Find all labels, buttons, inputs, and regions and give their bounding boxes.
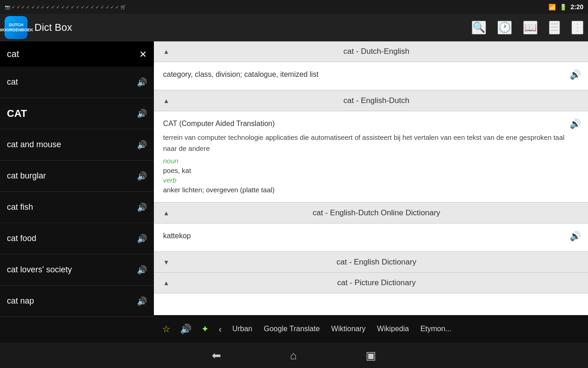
etymon-button[interactable]: Etymon... <box>416 322 456 335</box>
speaker-icon[interactable]: 🔊 <box>137 140 147 150</box>
nav-back-button[interactable]: ⬅ <box>212 349 221 362</box>
notification-icons: 📷 ✓ ✓ ✓ ✓ ✓ ✓ ✓ ✓ ✓ ✓ ✓ ✓ ✓ ✓ ✓ ✓ ✓ ✓ ✓ … <box>5 5 126 10</box>
list-item[interactable]: cat lovers' society 🔊 <box>0 254 154 286</box>
speaker-icon[interactable]: 🔊 <box>137 234 147 244</box>
pos-verb: verb <box>163 176 579 184</box>
right-panel: ▲ cat - Dutch-English 🔊 category, class,… <box>154 41 588 343</box>
speaker-icon[interactable]: 🔊 <box>137 77 147 87</box>
section-body-english-dutch: 🔊 CAT (Computer Aided Translation) terre… <box>154 111 588 203</box>
chevron-down-icon: ▼ <box>163 259 170 266</box>
list-item[interactable]: CAT 🔊 <box>0 98 154 129</box>
item-label: cat nap <box>7 296 34 306</box>
speaker-icon[interactable]: 🔊 <box>137 202 147 213</box>
list-item[interactable]: cat food 🔊 <box>0 223 154 254</box>
item-label: cat lovers' society <box>7 265 72 275</box>
speaker-icon[interactable]: 🔊 <box>570 69 581 80</box>
history-button[interactable]: 🕐 <box>498 21 512 34</box>
section-title: cat - Dutch-English <box>174 47 579 56</box>
section-header-dutch-english[interactable]: ▲ cat - Dutch-English <box>154 41 588 62</box>
clear-button[interactable]: ✕ <box>139 49 147 60</box>
section-title: cat - English Dictionary <box>174 258 579 267</box>
section-title: cat - Picture Dictionary <box>174 278 579 288</box>
item-label: CAT <box>7 108 27 120</box>
section-title: cat - English-Dutch Online Dictionary <box>174 208 579 218</box>
search-bar: ✕ <box>0 41 154 67</box>
list-item[interactable]: cat burglar 🔊 <box>0 161 154 192</box>
google-translate-button[interactable]: Google Translate <box>259 322 324 335</box>
translation-verb: anker lichten; overgeven (platte taal) <box>163 186 579 194</box>
dutch-english-translation: category, class, division; catalogue, it… <box>163 69 579 80</box>
app-logo: DUTCH WOORDENBOEK <box>5 16 28 39</box>
wifi-icon: 📶 <box>548 4 556 11</box>
nav-bar: ⬅ ⌂ ▣ <box>0 343 588 368</box>
list-item[interactable]: cat fish 🔊 <box>0 192 154 223</box>
search-button[interactable]: 🔍 <box>472 21 486 34</box>
cat-description: terrein van computer technologie applica… <box>163 132 579 154</box>
chevron-up-icon: ▲ <box>163 279 170 287</box>
wikipedia-button[interactable]: Wikipedia <box>373 322 413 335</box>
sidebar: ✕ cat 🔊 CAT 🔊 cat and mouse 🔊 cat burgla… <box>0 41 154 343</box>
list-item[interactable]: cat and mouse 🔊 <box>0 129 154 161</box>
pos-noun: noun <box>163 157 579 165</box>
item-label: cat food <box>7 234 36 243</box>
item-label: cat burglar <box>7 171 46 181</box>
section-header-english-dict[interactable]: ▼ cat - English Dictionary <box>154 252 588 273</box>
item-label: cat <box>7 77 18 87</box>
section-header-english-dutch[interactable]: ▲ cat - English-Dutch <box>154 91 588 111</box>
urban-button[interactable]: Urban <box>228 322 257 335</box>
wiktionary-button[interactable]: Wiktionary <box>327 322 370 335</box>
item-label: cat fish <box>7 202 33 212</box>
list-item[interactable]: cat nap 🔊 <box>0 286 154 317</box>
nav-recent-button[interactable]: ▣ <box>366 349 376 362</box>
section-body-online-dict: 🔊 kattekop <box>154 224 588 252</box>
translation-noun: poes, kat <box>163 167 579 174</box>
section-body-dutch-english: 🔊 category, class, division; catalogue, … <box>154 62 588 91</box>
status-bar: 📷 ✓ ✓ ✓ ✓ ✓ ✓ ✓ ✓ ✓ ✓ ✓ ✓ ✓ ✓ ✓ ✓ ✓ ✓ ✓ … <box>0 0 588 14</box>
tts-button[interactable]: 🔊 <box>176 321 195 337</box>
list-item[interactable]: cat 🔊 <box>0 67 154 98</box>
main-content: ✕ cat 🔊 CAT 🔊 cat and mouse 🔊 cat burgla… <box>0 41 588 343</box>
sidebar-list: cat 🔊 CAT 🔊 cat and mouse 🔊 cat burglar … <box>0 67 154 343</box>
top-bar: DUTCH WOORDENBOEK Dict Box 🔍 🕐 📖 ☰ ⋮ <box>0 14 588 41</box>
search-input[interactable] <box>7 49 135 59</box>
speaker-icon[interactable]: 🔊 <box>570 118 581 129</box>
speaker-icon[interactable]: 🔊 <box>570 230 581 242</box>
magic-button[interactable]: ✦ <box>198 321 213 337</box>
bottom-toolbar: ☆ 🔊 ✦ ‹ Urban Google Translate Wiktionar… <box>154 315 588 343</box>
favorite-button[interactable]: ☆ <box>158 321 174 337</box>
section-header-online-dict[interactable]: ▲ cat - English-Dutch Online Dictionary <box>154 203 588 224</box>
menu-button[interactable]: ☰ <box>549 21 560 34</box>
section-title: cat - English-Dutch <box>174 96 579 105</box>
cat-main-text: CAT (Computer Aided Translation) <box>163 118 579 129</box>
speaker-icon[interactable]: 🔊 <box>137 171 147 181</box>
chevron-up-icon: ▲ <box>163 209 170 217</box>
bookmarks-button[interactable]: 📖 <box>523 21 537 34</box>
online-translation: kattekop <box>163 230 579 242</box>
chevron-up-icon: ▲ <box>163 48 170 55</box>
nav-home-button[interactable]: ⌂ <box>290 349 297 362</box>
item-label: cat and mouse <box>7 140 61 150</box>
app-title: Dict Box <box>34 22 465 34</box>
chevron-up-icon: ▲ <box>163 97 170 104</box>
speaker-icon[interactable]: 🔊 <box>137 109 147 119</box>
speaker-icon[interactable]: 🔊 <box>137 296 147 306</box>
back-button[interactable]: ‹ <box>215 322 226 337</box>
battery-icon: 🔋 <box>560 4 567 11</box>
top-bar-icons: 🔍 🕐 📖 ☰ ⋮ <box>472 21 583 34</box>
dictionary-content: ▲ cat - Dutch-English 🔊 category, class,… <box>154 41 588 315</box>
overflow-button[interactable]: ⋮ <box>571 21 583 34</box>
status-time: 2:20 <box>571 3 583 11</box>
speaker-icon[interactable]: 🔊 <box>137 265 147 275</box>
section-header-picture-dict[interactable]: ▲ cat - Picture Dictionary <box>154 273 588 293</box>
